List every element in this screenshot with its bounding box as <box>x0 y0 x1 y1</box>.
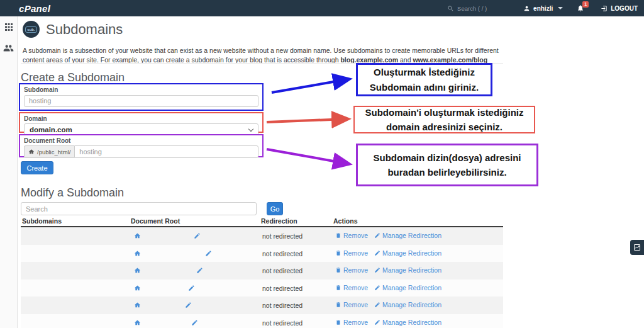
subdomain-label: Subdomain <box>24 86 258 93</box>
table-body: not redirected Remove Manage Redirection… <box>21 227 503 328</box>
global-search[interactable]: Search ( / ) <box>447 5 487 12</box>
remove-label: Remove <box>343 284 368 291</box>
subdomains-app-icon: sub. <box>23 21 40 38</box>
remove-label: Remove <box>343 249 368 257</box>
subdomains-app-icon-label: sub. <box>25 26 36 33</box>
home-icon[interactable] <box>134 250 141 258</box>
docroot-field-highlight-box: Document Root /public_html/ <box>19 134 264 157</box>
remove-link[interactable]: Remove <box>335 266 368 274</box>
remove-link[interactable]: Remove <box>335 232 368 239</box>
trash-icon <box>335 232 341 239</box>
create-button[interactable]: Create <box>21 161 53 174</box>
domain-field-highlight-box: Domain domain.com <box>19 112 264 133</box>
trash-icon <box>335 267 341 273</box>
table-row: not redirected Remove Manage Redirection <box>21 245 503 263</box>
annotation-subdomain-note: Oluşturmak İstediğiniz Subdomain adını g… <box>356 63 492 96</box>
annotation-domain-note: Subdomain'i oluşturmak istediğiniz domai… <box>353 106 535 133</box>
manage-redirection-link[interactable]: Manage Redirection <box>374 266 441 274</box>
home-icon[interactable] <box>134 302 141 310</box>
manage-redirection-label: Manage Redirection <box>382 319 441 326</box>
arrow-domain <box>267 119 347 122</box>
manage-redirection-link[interactable]: Manage Redirection <box>374 232 441 239</box>
logout-label: LOGOUT <box>611 5 638 12</box>
manage-redirection-label: Manage Redirection <box>382 249 441 257</box>
edit-docroot-icon[interactable] <box>194 232 201 240</box>
docroot-input[interactable] <box>74 145 258 158</box>
notifications-button[interactable]: 1 <box>577 4 584 12</box>
remove-link[interactable]: Remove <box>335 284 368 291</box>
remove-label: Remove <box>343 266 368 274</box>
manage-redirection-label: Manage Redirection <box>382 284 441 291</box>
table-header-row: Subdomains Document Root Redirection Act… <box>21 217 503 227</box>
user-menu[interactable]: enhizli <box>523 5 563 12</box>
redirection-status: not redirected <box>262 232 303 240</box>
edit-docroot-icon[interactable] <box>196 267 203 275</box>
arrow-docroot <box>267 149 348 164</box>
logout-icon <box>601 5 608 12</box>
col-redirection: Redirection <box>261 217 297 225</box>
manage-redirection-link[interactable]: Manage Redirection <box>374 249 441 257</box>
manage-redirection-label: Manage Redirection <box>382 232 441 239</box>
remove-label: Remove <box>343 301 368 308</box>
domain-selected-value: domain.com <box>30 126 72 133</box>
table-row: not redirected Remove Manage Redirection <box>21 262 503 280</box>
table-row: not redirected Remove Manage Redirection <box>21 227 503 245</box>
manage-redirection-label: Manage Redirection <box>382 266 441 274</box>
col-subdomains: Subdomains <box>22 217 62 225</box>
manage-redirection-link[interactable]: Manage Redirection <box>374 284 441 291</box>
page-title: Subdomains <box>46 21 123 38</box>
pencil-icon <box>374 250 380 256</box>
edit-docroot-icon[interactable] <box>205 250 212 258</box>
home-icon[interactable] <box>134 267 141 275</box>
pencil-icon <box>374 232 380 239</box>
go-button[interactable]: Go <box>267 202 283 215</box>
user-icon <box>523 5 530 12</box>
pencil-icon <box>374 319 380 325</box>
pencil-icon <box>374 267 380 273</box>
home-icon[interactable] <box>134 232 141 240</box>
trash-icon <box>335 302 341 308</box>
col-actions: Actions <box>333 217 358 225</box>
analytics-panel-toggle[interactable] <box>630 240 644 255</box>
pencil-icon <box>374 285 380 291</box>
docroot-prefix: /public_html/ <box>37 149 70 156</box>
home-icon <box>28 149 35 155</box>
left-sidebar <box>0 16 18 328</box>
subdomain-field-highlight-box: Subdomain <box>19 83 264 111</box>
home-icon[interactable] <box>134 319 141 327</box>
apps-grid-icon[interactable] <box>4 22 14 35</box>
cpanel-subdomains-screen: cPanel Search ( / ) enhizli 1 <box>0 0 644 328</box>
redirection-status: not redirected <box>262 285 303 292</box>
chart-icon <box>633 244 641 251</box>
remove-link[interactable]: Remove <box>335 319 368 326</box>
redirection-status: not redirected <box>262 250 303 257</box>
manage-redirection-link[interactable]: Manage Redirection <box>374 301 441 308</box>
docroot-prefix-addon: /public_html/ <box>24 145 74 158</box>
create-subdomain-heading: Create a Subdomain <box>21 71 125 84</box>
user-manager-icon[interactable] <box>3 43 14 56</box>
search-label: Search ( / ) <box>457 5 487 12</box>
trash-icon <box>335 319 341 325</box>
logout-button[interactable]: LOGOUT <box>601 5 638 12</box>
redirection-status: not redirected <box>262 302 303 309</box>
table-row: not redirected Remove Manage Redirection <box>21 280 503 297</box>
home-icon[interactable] <box>134 285 141 293</box>
table-row: not redirected Remove Manage Redirection <box>21 297 503 314</box>
edit-docroot-icon[interactable] <box>191 319 198 327</box>
subdomain-input[interactable] <box>24 95 258 107</box>
remove-link[interactable]: Remove <box>335 249 368 257</box>
docroot-label: Document Root <box>24 137 258 144</box>
col-document-root: Document Root <box>131 217 180 225</box>
remove-label: Remove <box>343 319 368 326</box>
manage-redirection-link[interactable]: Manage Redirection <box>374 319 441 326</box>
page-header: sub. Subdomains <box>23 21 123 38</box>
pencil-icon <box>374 302 380 308</box>
trash-icon <box>335 285 341 291</box>
subdomain-search-input[interactable] <box>21 202 257 215</box>
table-row: not redirected Remove Manage Redirection <box>21 314 503 328</box>
chevron-down-icon <box>248 126 253 131</box>
remove-link[interactable]: Remove <box>335 301 368 308</box>
edit-docroot-icon[interactable] <box>188 285 195 293</box>
cpanel-logo[interactable]: cPanel <box>19 3 50 14</box>
edit-docroot-icon[interactable] <box>185 302 192 310</box>
